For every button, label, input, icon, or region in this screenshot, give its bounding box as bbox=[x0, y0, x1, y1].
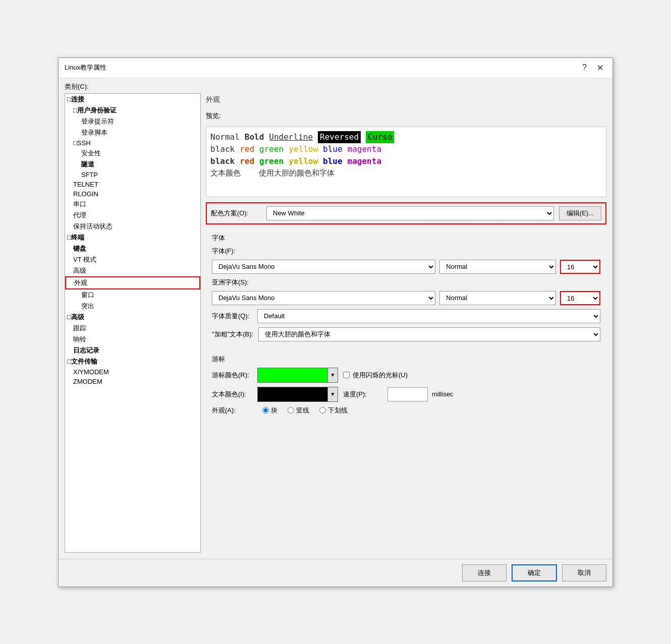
preview-label: 预览: bbox=[206, 111, 606, 121]
tree-panel: □连接 □用户身份验证 登录提示符 登录脚本 □SSH 安全性 隧道 SFTP … bbox=[65, 93, 201, 553]
preview-bold: Bold bbox=[245, 131, 264, 143]
preview-blue: blue bbox=[323, 143, 343, 155]
right-panel: 外观 预览: Normal Bold Underline Reversed Cu… bbox=[206, 93, 606, 553]
preview-magenta: magenta bbox=[348, 143, 381, 155]
text-color-dropdown[interactable]: ▼ bbox=[327, 387, 338, 401]
section-title: 外观 bbox=[206, 93, 606, 106]
category-label: 类别(C): bbox=[59, 78, 612, 93]
speed-input[interactable] bbox=[387, 387, 428, 401]
font-section-title: 字体 bbox=[212, 233, 600, 243]
preview-yellow: yellow bbox=[289, 143, 318, 155]
tree-item-keepalive[interactable]: 保持活动状态 bbox=[65, 221, 200, 232]
cursor-section-title: 游标 bbox=[212, 355, 600, 364]
speed-unit: millisec bbox=[432, 390, 454, 398]
tree-item-telnet[interactable]: TELNET bbox=[65, 180, 200, 189]
cursor-color-row: 游标颜色(R): ▼ 使用闪烁的光标(U) bbox=[212, 368, 600, 383]
tree-item-terminal[interactable]: □终端 bbox=[65, 232, 200, 243]
radio-block[interactable]: 块 bbox=[262, 406, 277, 415]
asian-font-style-select[interactable]: Normal bbox=[439, 291, 556, 305]
asian-font-family-select[interactable]: DejaVu Sans Mono bbox=[212, 291, 435, 305]
radio-vertical-input[interactable] bbox=[288, 407, 294, 414]
preview-underline: Underline bbox=[269, 131, 313, 143]
preview-box: Normal Bold Underline Reversed Curso bla… bbox=[206, 127, 606, 197]
tree-item-login-script[interactable]: 登录脚本 bbox=[65, 127, 200, 138]
tree-item-window[interactable]: 窗口 bbox=[65, 289, 200, 301]
asian-font-size-select[interactable]: 16 bbox=[560, 291, 600, 305]
asian-font-controls-row: DejaVu Sans Mono Normal 16 bbox=[212, 291, 600, 305]
tree-item-xymodem[interactable]: X/YMODEM bbox=[65, 367, 200, 377]
font-family-select[interactable]: DejaVu Sans Mono bbox=[212, 260, 435, 274]
speed-label: 速度(P): bbox=[343, 390, 383, 399]
preview-line4: 文本颜色 使用大胆的颜色和字体 bbox=[210, 167, 602, 179]
tree-item-serial[interactable]: 串口 bbox=[65, 199, 200, 210]
preview-reversed: Reversed bbox=[318, 131, 361, 143]
radio-underline-label: 下划线 bbox=[328, 406, 348, 415]
font-quality-select[interactable]: Default bbox=[257, 309, 600, 323]
tree-item-zmodem[interactable]: ZMODEM bbox=[65, 377, 200, 386]
font-section: 字体 字体(F): DejaVu Sans Mono Normal 16 bbox=[206, 229, 606, 345]
tree-item-login-prompt[interactable]: 登录提示符 bbox=[65, 116, 200, 127]
preview-red-bold: red bbox=[240, 155, 254, 167]
font-controls-row: DejaVu Sans Mono Normal 16 bbox=[212, 260, 600, 274]
help-button[interactable]: ? bbox=[579, 62, 590, 73]
flash-checkbox-container: 使用闪烁的光标(U) bbox=[343, 371, 408, 380]
dialog: Linux教学属性 ? ✕ 类别(C): □连接 □用户身份验证 登录提示符 登… bbox=[58, 57, 613, 587]
edit-button[interactable]: 编辑(E)... bbox=[559, 206, 601, 220]
tree-item-logging[interactable]: 日志记录 bbox=[65, 345, 200, 356]
tree-item-tunnel[interactable]: 隧道 bbox=[65, 159, 200, 170]
title-bar: Linux教学属性 ? ✕ bbox=[59, 58, 612, 78]
tree-item-connection[interactable]: □连接 bbox=[65, 94, 200, 105]
tree-item-file-transfer[interactable]: □文件传输 bbox=[65, 356, 200, 367]
tree-item-appearance[interactable]: 外观 bbox=[65, 276, 200, 289]
cursor-color-dropdown[interactable]: ▼ bbox=[327, 368, 338, 382]
radio-underline[interactable]: 下划线 bbox=[319, 406, 348, 415]
tree-item-bell[interactable]: 响铃 bbox=[65, 334, 200, 345]
tree-item-rlogin[interactable]: RLOGIN bbox=[65, 189, 200, 199]
tree-item-trace[interactable]: 跟踪 bbox=[65, 323, 200, 334]
radio-underline-input[interactable] bbox=[319, 407, 326, 414]
tree-item-vt-mode[interactable]: VT 模式 bbox=[65, 254, 200, 265]
radio-vertical[interactable]: 竖线 bbox=[288, 406, 309, 415]
cancel-button[interactable]: 取消 bbox=[562, 564, 606, 581]
preview-blue-bold: blue bbox=[323, 155, 343, 167]
preview-line3: black red green yellow blue magenta bbox=[210, 155, 602, 167]
tree-item-advanced[interactable]: □高级 bbox=[65, 312, 200, 323]
text-color-swatch bbox=[258, 387, 327, 401]
tree-item-keyboard[interactable]: 键盘 bbox=[65, 243, 200, 254]
radio-block-input[interactable] bbox=[262, 407, 269, 414]
preview-cursor: Curso bbox=[366, 131, 394, 143]
bottom-buttons: 连接 确定 取消 bbox=[59, 559, 612, 587]
tree-item-security[interactable]: 安全性 bbox=[65, 148, 200, 159]
color-scheme-select[interactable]: New White bbox=[266, 206, 554, 220]
font-style-select[interactable]: Normal bbox=[439, 260, 556, 274]
ok-button[interactable]: 确定 bbox=[512, 564, 557, 581]
font-size-select[interactable]: 16 bbox=[560, 260, 600, 274]
main-content: □连接 □用户身份验证 登录提示符 登录脚本 □SSH 安全性 隧道 SFTP … bbox=[59, 93, 612, 559]
tree-item-sftp[interactable]: SFTP bbox=[65, 170, 200, 180]
preview-green: green bbox=[259, 143, 284, 155]
title-bar-controls: ? ✕ bbox=[579, 62, 606, 74]
connect-button[interactable]: 连接 bbox=[462, 564, 507, 581]
color-scheme-label: 配色方案(O): bbox=[211, 209, 261, 218]
radio-vertical-label: 竖线 bbox=[296, 406, 309, 415]
font-label-row: 字体(F): bbox=[212, 247, 600, 256]
tree-item-advanced-terminal[interactable]: 高级 bbox=[65, 265, 200, 276]
preview-red: red bbox=[240, 143, 254, 155]
appearance-row: 外观(A): 块 竖线 下划线 bbox=[212, 406, 600, 415]
text-color-row: 文本颜色(I): ▼ 速度(P): millisec bbox=[212, 387, 600, 402]
font-quality-row: 字体质量(Q): Default bbox=[212, 309, 600, 323]
dialog-title: Linux教学属性 bbox=[65, 63, 106, 72]
bold-text-label: "加粗"文本(B): bbox=[212, 330, 253, 339]
cursor-color-button[interactable]: ▼ bbox=[257, 368, 338, 383]
bold-text-select[interactable]: 使用大胆的颜色和字体 bbox=[258, 327, 600, 341]
preview-line1: Normal Bold Underline Reversed Curso bbox=[210, 131, 602, 143]
flash-checkbox[interactable] bbox=[343, 372, 350, 378]
tree-item-highlight[interactable]: 突出 bbox=[65, 301, 200, 312]
close-button[interactable]: ✕ bbox=[594, 62, 606, 74]
tree-item-ssh[interactable]: □SSH bbox=[65, 138, 200, 148]
tree-item-user-auth[interactable]: □用户身份验证 bbox=[65, 105, 200, 116]
cursor-color-label: 游标颜色(R): bbox=[212, 371, 252, 380]
text-color-button[interactable]: ▼ bbox=[257, 387, 338, 402]
tree-item-proxy[interactable]: 代理 bbox=[65, 210, 200, 221]
preview-yellow-bold: yellow bbox=[289, 155, 318, 167]
